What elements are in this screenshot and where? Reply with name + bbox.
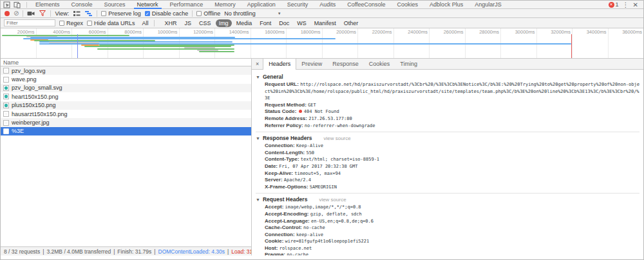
devtools-panel-tab[interactable]: AngularJS [469,1,507,9]
resource-type-filter[interactable]: All [139,19,158,27]
device-toolbar-icon[interactable] [14,1,21,8]
details-tab[interactable]: Cookies [364,59,395,70]
resource-type-filter[interactable]: WS [294,19,310,27]
view-source-link[interactable]: view source [323,135,350,141]
devtools-panel-tab[interactable]: Cookies [392,1,424,9]
request-name: heart150x150.png [12,94,59,100]
console-error-badge[interactable]: ✕ 1 [609,1,619,8]
view-source-link[interactable]: view source [319,197,346,203]
request-row[interactable]: heart150x150.png [1,92,251,101]
request-name: hausarzt150x150.png [12,111,68,117]
header-value: no-cache [287,252,308,255]
divider [23,10,23,17]
capture-screenshots-icon[interactable] [27,10,35,17]
details-tab[interactable]: Response [327,59,364,70]
devtools-close-icon[interactable]: ✕ [633,1,638,8]
header-value: gzip, deflate, sdch [310,212,362,217]
request-header-row: Cache-Control: no-cache [256,225,639,232]
request-header-row: Cookie: wire=81fgufp4t1o6loepop1efi5221 [256,238,639,245]
devtools-panel-tab[interactable]: Audits [314,1,341,9]
details-tab[interactable]: Headers [263,59,296,70]
request-row[interactable]: weinberger.jpg [1,118,251,126]
file-type-icon [3,128,9,134]
devtools-panel-tab[interactable]: Application [242,1,281,9]
transferred-size: 3.2MB / 4.0MB transferred [46,248,111,255]
resource-type-filter[interactable]: Doc [276,19,292,27]
request-row[interactable]: hausarzt150x150.png [1,110,251,118]
resource-type-filter[interactable]: Manifest [311,19,339,27]
resource-type-filter[interactable]: Other [341,19,362,27]
header-value: wire=81fgufp4t1o6loepop1efi5221 [285,239,370,244]
header-value: image/webp,image/*,*/*;q=0.8 [285,205,361,210]
details-tab[interactable]: Timing [395,59,422,70]
file-type-icon [3,111,9,117]
devtools-panel-tab[interactable]: Security [281,1,314,9]
chevron-down-icon[interactable]: ▼ [278,12,281,15]
devtools-panel-tab[interactable]: Sources [99,1,131,9]
request-header-row: Host: rolspace.net [256,245,639,252]
view-label: View: [55,10,69,17]
header-value: rolspace.net [279,246,312,251]
use-large-rows-icon[interactable] [73,10,80,17]
request-row[interactable]: wave.png [1,75,251,83]
request-row[interactable]: pzv_logo.svg [1,66,251,75]
preserve-log-checkbox[interactable]: Preserve log [101,10,141,17]
request-header-row: Pragma: no-cache [256,252,639,255]
checkbox-unchecked-icon [196,11,202,16]
request-header-row: Connection: keep-alive [256,232,639,239]
request-row[interactable]: pzv_logo_small.svg [1,84,251,92]
disable-cache-checkbox[interactable]: ✓ Disable cache [145,10,189,17]
request-name: pzv_logo.svg [12,68,46,74]
record-button[interactable] [5,11,10,16]
resource-type-filter[interactable]: XHR [162,19,180,27]
hide-data-urls-checkbox[interactable]: Hide data URLs [87,20,135,26]
header-value: Keep-Alive [296,143,323,148]
request-row[interactable]: plus150x150.png [1,101,251,110]
request-url-row: Request URL: http://rolspace.net/hd/prax… [256,81,639,102]
filter-input[interactable] [4,19,55,26]
devtools-panel-tab[interactable]: Network [131,1,164,9]
finish-time: Finish: 31.79s [117,248,151,255]
devtools-menu-icon[interactable]: ⋮ [623,1,629,8]
devtools-panel-tab[interactable]: Adblock Plus [424,1,469,9]
devtools-panel-tab[interactable]: Performance [164,1,209,9]
resource-type-filter[interactable]: CSS [196,19,214,27]
referrer-policy-row: Referrer Policy: no-referrer-when-downgr… [256,123,639,130]
header-value: no-referrer-when-downgrade [305,123,375,128]
response-header-row: Date: Fri, 07 Apr 2017 20:32:38 GMT [256,163,639,170]
header-key: Connection: [265,232,295,237]
separator: | [113,248,115,255]
response-header-row: Content-Type: text/html; charset=iso-885… [256,156,639,163]
devtools-window: ElementsConsoleSourcesNetworkPerformance… [0,0,644,260]
throttling-select[interactable]: No throttling [224,10,256,17]
network-overview[interactable]: 2000ms4000ms6000ms8000ms10000ms12000ms14… [1,28,643,59]
resource-type-filter[interactable]: Media [233,19,256,27]
headers-content: ▼ General Request URL: http://rolspace.n… [252,70,643,255]
clear-icon[interactable]: ⊘ [14,10,19,17]
section-title: General [263,74,283,80]
file-type-icon [3,120,9,126]
header-key: Accept-Encoding: [265,211,308,217]
resource-type-filter[interactable]: JS [182,19,195,27]
inspect-element-icon[interactable] [3,1,10,8]
resource-type-filter[interactable]: Img [216,19,232,27]
timeline-event-marker [77,34,78,58]
request-row[interactable]: %3E [1,127,251,135]
general-section-header[interactable]: ▼ General [256,72,639,81]
close-details-icon[interactable]: × [252,61,263,67]
devtools-panel-tab[interactable]: CoffeeConsole [341,1,391,9]
response-headers-header[interactable]: ▼ Response Headers view source [256,134,639,143]
filter-icon[interactable] [39,10,46,17]
devtools-panel-tab[interactable]: Elements [30,1,66,9]
regex-checkbox[interactable]: Regex [59,20,83,26]
show-overview-icon[interactable] [84,10,93,17]
devtools-panel-tab[interactable]: Console [66,1,99,9]
devtools-panel-tab[interactable]: Memory [209,1,242,9]
resource-type-filter[interactable]: Font [256,19,274,27]
request-headers-header[interactable]: ▼ Request Headers view source [256,195,639,204]
checkbox-unchecked-icon [101,11,106,16]
details-tab[interactable]: Preview [296,59,327,70]
header-key: X-Frame-Options: [265,184,308,190]
name-column-header[interactable]: Name [1,59,251,66]
offline-checkbox[interactable]: Offline [196,10,220,17]
